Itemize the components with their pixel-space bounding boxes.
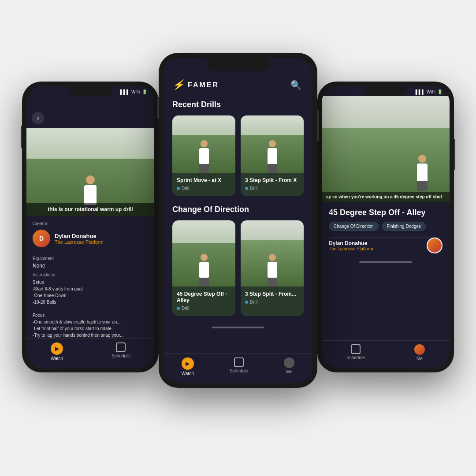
phone-left: ▌▌▌ WiFi 🔋 ‹: [22, 82, 159, 372]
creator-platform-left: The Lacrosse Platform: [55, 239, 104, 245]
drill-card-45deg[interactable]: 45 Degree Step Off - Alley Drill: [172, 220, 235, 316]
person-head: [86, 175, 95, 184]
bottom-nav-right: Schedule Me: [322, 340, 450, 368]
watch-icon-center: ▶: [182, 357, 194, 370]
drill-dot-3: [177, 307, 180, 310]
me-icon-right: [414, 344, 425, 355]
wifi-icon: WiFi: [131, 89, 140, 94]
change-direction-grid: 45 Degree Step Off - Alley Drill: [164, 220, 312, 325]
drill-card-3step2[interactable]: 3 Step Split - From... Drill: [241, 220, 304, 316]
person-head-1: [201, 140, 208, 147]
home-indicator-right: [359, 261, 412, 263]
app-scene: ▌▌▌ WiFi 🔋 ‹: [0, 0, 476, 476]
brand-badge-right: [427, 238, 443, 253]
bottom-nav-left: ▶ Watch Schedule: [26, 338, 154, 368]
creator-row-right: Dylan Donahue The Lacrosse Platform: [322, 238, 450, 260]
creator-row-left: D Dylan Donahue The Lacrosse Platform: [33, 230, 148, 247]
drill-info-sprint: Sprint Move - at X Drill: [172, 173, 235, 196]
famer-logo: ⚡ FAMER: [172, 79, 219, 91]
schedule-icon-center: [234, 357, 244, 367]
phone-right: ▌▌▌ WiFi 🔋 ay so when you're wo: [317, 82, 454, 372]
creator-avatar-left: D: [33, 230, 50, 247]
drill-info-3step: 3 Step Split - From X Drill: [241, 173, 304, 196]
signal-icon-right: ▌▌▌: [416, 89, 425, 94]
creator-platform-right: The Lacrosse Platform: [329, 246, 373, 251]
person-legs-right: [417, 181, 428, 191]
famer-f-icon: ⚡: [172, 79, 184, 91]
nav-schedule-center[interactable]: Schedule: [230, 357, 248, 376]
person-legs-2: [268, 164, 277, 173]
drill-card-3step[interactable]: 3 Step Split - From X Drill: [241, 115, 304, 196]
creator-name-left: Dylan Donahue: [55, 233, 104, 239]
creator-label: Creator: [33, 221, 148, 226]
drill-thumb-3step2: [241, 220, 304, 286]
creator-info-left: Dylan Donahue The Lacrosse Platform: [55, 233, 104, 245]
tags-row-right: Change Of Direction Finishing Dodges: [322, 222, 450, 237]
back-button[interactable]: ‹: [32, 112, 44, 124]
person-head-3: [201, 254, 208, 261]
creator-info-right: Dylan Donahue The Lacrosse Platform: [329, 240, 373, 251]
tag-finishing-dodges[interactable]: Finishing Dodges: [382, 222, 426, 231]
person-body: [84, 185, 97, 205]
drill-title-3step2: 3 Step Split - From...: [245, 291, 299, 297]
equipment-value: None: [33, 263, 148, 269]
left-video-thumb[interactable]: this is our rotational warm up drill: [26, 128, 154, 216]
battery-icon: 🔋: [142, 89, 147, 94]
drill-tag-sprint: Drill: [177, 186, 231, 191]
person-legs-4: [268, 278, 277, 286]
nav-me-right[interactable]: Me: [414, 344, 425, 361]
drill-thumb-sprint: [172, 115, 235, 173]
change-direction-title: Change Of Direction: [164, 205, 312, 220]
drill-card-sprint[interactable]: Sprint Move - at X Drill: [172, 115, 235, 196]
person-body-right: [417, 164, 428, 181]
left-header: ‹: [26, 96, 154, 128]
tag-change-direction[interactable]: Change Of Direction: [329, 222, 379, 231]
signal-icon: ▌▌▌: [120, 89, 130, 94]
person-body-4: [268, 262, 277, 278]
nav-schedule-left[interactable]: Schedule: [112, 342, 130, 361]
equipment-label: Equipment: [33, 256, 148, 261]
nav-watch-center[interactable]: ▶ Watch: [182, 357, 194, 376]
drill-thumb-45deg: [172, 220, 235, 286]
phone-center: ⚡ FAMER 🔍 Recent Drills: [159, 53, 317, 388]
recent-drills-grid: Sprint Move - at X Drill: [164, 115, 312, 205]
video-subtitle-left: this is our rotational warm up drill: [26, 203, 154, 216]
person-legs-1: [199, 164, 209, 173]
schedule-icon-left: [116, 342, 126, 352]
schedule-icon-right: [351, 344, 361, 354]
me-icon-center: [284, 357, 294, 368]
drill-thumb-3step: [241, 115, 304, 173]
nav-watch-left[interactable]: ▶ Watch: [51, 342, 63, 361]
person-head-2: [269, 140, 276, 147]
instructions-label: Instructions: [33, 272, 148, 277]
drill-detail-title: 45 Degree Step Off - Alley: [322, 202, 450, 222]
person-body-2: [268, 148, 277, 164]
recent-drills-title: Recent Drills: [164, 100, 312, 115]
right-video-thumb[interactable]: ay so when you're working on a 45 degree…: [322, 96, 450, 202]
creator-section-left: Creator D Dylan Donahue The Lacrosse Pla…: [26, 216, 154, 253]
drill-tag-3step: Drill: [245, 186, 299, 191]
drill-tag-3step2: Drill: [245, 300, 299, 305]
creator-name-right: Dylan Donahue: [329, 240, 373, 246]
video-subtitle-right: ay so when you're working on a 45 degree…: [322, 192, 450, 202]
drill-dot-2: [245, 187, 248, 190]
battery-icon-right: 🔋: [437, 89, 443, 94]
home-indicator-center: [212, 327, 264, 328]
search-button[interactable]: 🔍: [288, 77, 304, 93]
drill-title-3step: 3 Step Split - From X: [245, 177, 299, 183]
drill-tag-45deg: Drill: [177, 306, 231, 311]
nav-me-center[interactable]: Me: [284, 357, 294, 376]
drill-dot-4: [245, 301, 248, 304]
drill-title-sprint: Sprint Move - at X: [177, 177, 231, 183]
person-head-4: [269, 254, 276, 261]
wifi-icon-right: WiFi: [427, 89, 435, 94]
watch-icon-left: ▶: [51, 342, 63, 355]
person-head-right: [418, 155, 426, 163]
nav-schedule-right[interactable]: Schedule: [346, 344, 365, 361]
drill-info-45deg: 45 Degree Step Off - Alley Drill: [172, 286, 235, 316]
person-body-1: [199, 148, 209, 164]
person-body-3: [199, 262, 209, 278]
famer-text: FAMER: [188, 81, 219, 89]
drill-info-3step2: 3 Step Split - From... Drill: [241, 286, 304, 310]
drill-title-45deg: 45 Degree Step Off - Alley: [177, 291, 231, 303]
